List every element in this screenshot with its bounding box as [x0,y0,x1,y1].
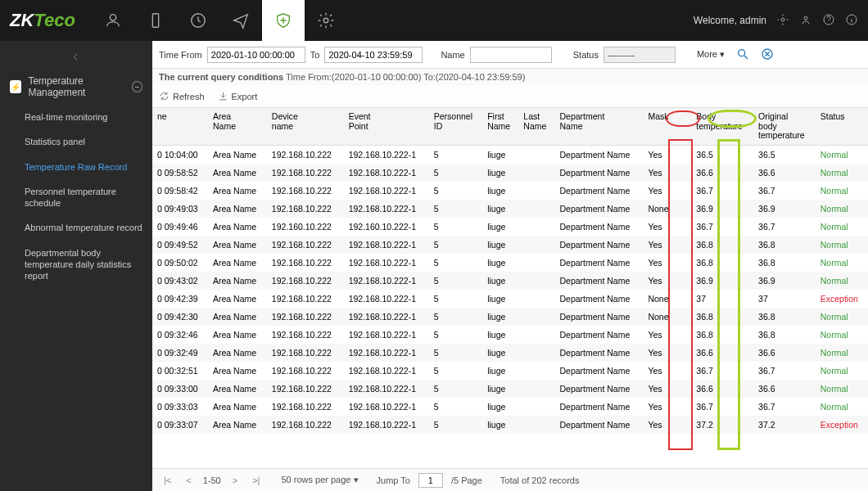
export-button[interactable]: Export [218,91,258,101]
time-to-label: To [310,50,320,60]
svg-point-3 [323,18,328,23]
svg-point-5 [804,16,807,20]
svg-point-8 [739,49,745,56]
sidebar-item[interactable]: Departmental body temperature daily stat… [0,241,152,289]
table-wrap[interactable]: neAreaNameDevicenameEventPointPersonnelI… [152,108,868,468]
table-row[interactable]: 0 09:50:02Area Name192.168.10.222192.168… [152,254,868,272]
table-header[interactable]: Status [816,108,868,145]
logo-b: Teco [34,10,75,30]
table-header[interactable]: FirstName [482,108,518,145]
nav-send-icon[interactable] [219,0,262,41]
table-row[interactable]: 0 09:49:52Area Name192.168.10.222192.168… [152,236,868,254]
table-header[interactable]: ne [152,108,208,145]
pager-last-icon[interactable]: >| [249,475,263,485]
sidebar-item[interactable]: Abnormal temperature record [0,215,152,240]
sidebar-item[interactable]: Personnel temperature schedule [0,179,152,216]
table-header[interactable]: Bodytemperature [691,108,753,145]
welcome-text: Welcome, admin [694,15,766,26]
sidebar-item[interactable]: Real-time monitoring [0,105,152,129]
table-header[interactable]: Devicename [267,108,344,145]
nav-icons [92,0,347,41]
lightning-icon: ⚡ [10,80,21,93]
table-header[interactable]: PersonnelID [429,108,482,145]
pager: |< < 1-50 > >| 50 rows per page ▾ Jump T… [152,468,868,491]
filterbar: Time From To Name Status --------- More … [152,41,868,69]
table-row[interactable]: 0 09:32:49Area Name192.168.10.222192.168… [152,344,868,362]
table-row[interactable]: 0 09:49:03Area Name192.168.10.222192.168… [152,200,868,218]
svg-rect-1 [152,14,158,28]
logo-a: ZK [10,10,34,30]
jump-label: Jump To [377,475,410,485]
table-header[interactable]: EventPoint [344,108,429,145]
name-label: Name [441,50,464,60]
search-icon[interactable] [736,47,749,62]
clear-icon[interactable] [761,47,774,62]
table-header[interactable]: LastName [518,108,554,145]
sidebar-title: Temperature Management [28,75,132,98]
table-row[interactable]: 0 09:58:52Area Name192.168.10.222192.168… [152,164,868,182]
table-header[interactable]: Originalbodytemperature [753,108,816,145]
info-icon[interactable] [845,13,858,29]
pager-next-icon[interactable]: > [229,475,241,485]
table-header[interactable]: AreaName [208,108,267,145]
table-row[interactable]: 0 09:33:07Area Name192.168.10.222192.168… [152,416,868,434]
table-row[interactable]: 0 10:04:00Area Name192.168.10.222192.168… [152,145,868,164]
table-header[interactable]: Mask [643,108,676,145]
nav-shield-icon[interactable] [262,0,305,41]
table-row[interactable]: 0 09:33:03Area Name192.168.10.222192.168… [152,398,868,416]
table-row[interactable]: 0 09:42:39Area Name192.168.10.222192.168… [152,290,868,308]
pager-total: Total of 202 records [500,475,580,485]
sidebar-header[interactable]: ⚡ Temperature Management − [0,69,152,105]
sidebar-item[interactable]: Temperature Raw Record [0,155,152,179]
svg-point-0 [110,15,115,20]
time-from-input[interactable] [207,47,305,63]
refresh-button[interactable]: Refresh [159,91,205,101]
nav-device-icon[interactable] [134,0,177,41]
svg-point-4 [781,18,784,21]
nav-clock-icon[interactable] [177,0,219,41]
conditions-label: The current query conditions [159,72,283,82]
rows-per-page[interactable]: 50 rows per page ▾ [281,475,358,485]
status-select[interactable]: --------- [604,47,676,63]
nav-person-icon[interactable] [92,0,134,41]
table-row[interactable]: 0 09:58:42Area Name192.168.10.222192.168… [152,182,868,200]
topbar: ZKTeco Welcome, admin [0,0,868,41]
query-conditions: The current query conditions Time From:(… [152,69,868,85]
toolbar: Refresh Export [152,85,868,108]
help-icon[interactable] [822,13,835,29]
pager-first-icon[interactable]: |< [160,475,174,485]
welcome-area: Welcome, admin [694,13,858,29]
collapse-section-icon[interactable]: − [132,81,142,92]
table-header[interactable]: DepartmentName [554,108,643,145]
jump-input[interactable] [418,473,443,488]
time-to-input[interactable] [324,47,423,63]
time-from-label: Time From [159,50,202,60]
pager-range: 1-50 [203,475,221,485]
table-row[interactable]: 0 09:32:46Area Name192.168.10.222192.168… [152,326,868,344]
name-input[interactable] [470,47,552,63]
status-label: Status [573,50,599,60]
total-pages: /5 Page [451,475,482,485]
user-icon[interactable] [799,13,812,29]
sidebar: ⚡ Temperature Management − Real-time mon… [0,41,152,491]
content: Time From To Name Status --------- More … [152,41,868,491]
logo: ZKTeco [10,10,75,31]
table-row[interactable]: 0 09:33:00Area Name192.168.10.222192.168… [152,380,868,398]
settings-icon[interactable] [776,13,789,29]
data-table: neAreaNameDevicenameEventPointPersonnelI… [152,108,868,434]
sidebar-collapse-icon[interactable] [0,47,152,69]
table-row[interactable]: 0 00:32:51Area Name192.168.10.222192.168… [152,362,868,380]
table-row[interactable]: 0 09:43:02Area Name192.168.10.222192.168… [152,272,868,290]
more-dropdown[interactable]: More ▾ [697,49,725,60]
table-row[interactable]: 0 09:49:46Area Name192.160.10.222192.160… [152,218,868,236]
nav-gear-icon[interactable] [305,0,347,41]
table-header[interactable] [676,108,691,145]
conditions-text: Time From:(2020-01-10 00:00:00) To:(2020… [286,72,525,82]
sidebar-item[interactable]: Statistics panel [0,129,152,154]
pager-prev-icon[interactable]: < [183,475,194,485]
table-row[interactable]: 0 09:42:30Area Name192.168.10.222192.168… [152,308,868,326]
